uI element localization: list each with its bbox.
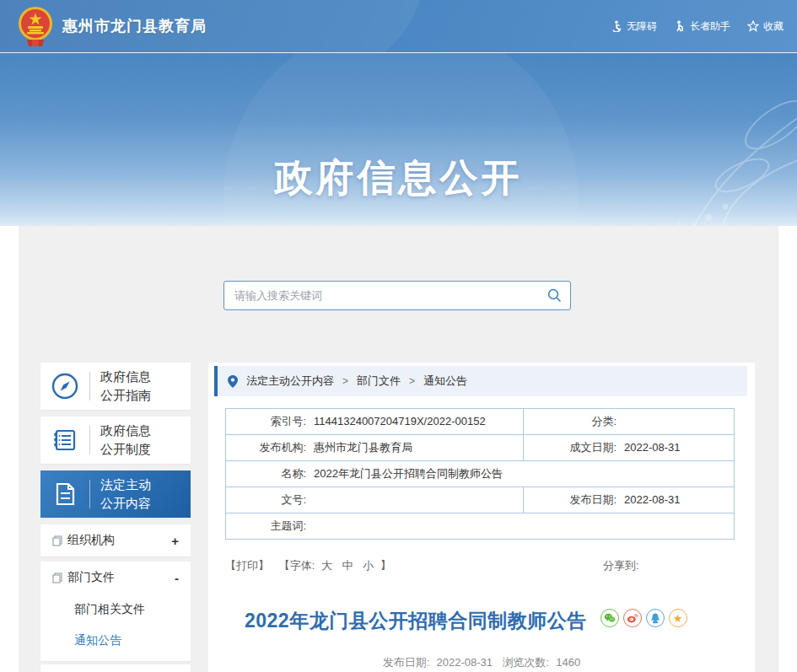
submenu-item-dept-files[interactable]: 部门文件 - [40,562,191,594]
name-label: 名称: [226,466,306,481]
favorite-link[interactable]: 收藏 [747,19,784,34]
share-icons: ★ [600,607,687,627]
sidebar-item-statutory-active[interactable]: 法定主动 公开内容 [40,470,191,518]
book-icon [40,426,89,454]
share-to-label: 分享到: [603,558,639,573]
favorite-star-icon[interactable]: ★ [669,609,687,627]
search-button[interactable] [538,282,570,309]
qq-share-icon[interactable] [646,609,665,627]
font-size-large-button[interactable]: 大 [321,559,332,572]
star-icon [747,20,759,32]
font-size-medium-button[interactable]: 中 [342,559,353,572]
accessibility-icon [611,20,622,32]
publish-date: 2022-08-31 [436,656,493,669]
elder-assist-link[interactable]: 长者助手 [674,19,730,34]
document-icon [40,481,89,508]
publisher-value: 惠州市龙门县教育局 [306,441,412,454]
table-row: 索引号:11441324007204719X/2022-00152 分类: [226,409,735,435]
write-date-label: 成文日期: [524,440,617,455]
collapse-minus-icon[interactable]: - [175,571,179,585]
index-number-label: 索引号: [226,414,306,429]
banner-title: 政府信息公开 [0,153,797,203]
expand-plus-icon[interactable]: + [171,534,179,548]
print-button[interactable]: 【打印】 [225,559,269,572]
publish-date-label: 发布日期: [524,492,617,508]
font-size-suffix: 】 [380,559,391,572]
site-brand[interactable]: 惠州市龙门县教育局 [17,0,207,52]
site-title: 惠州市龙门县教育局 [62,16,207,36]
views-count: 1460 [556,656,580,669]
sidebar-item-guide-label: 政府信息 公开指南 [90,368,151,405]
top-links: 无障碍 长者助手 收藏 [611,0,784,52]
breadcrumb: 法定主动公开内容 > 部门文件 > 通知公告 [214,366,747,396]
breadcrumb-item-notices[interactable]: 通知公告 [423,374,467,389]
sidebar-card-partial [40,664,191,672]
index-number-value: 11441324007204719X/2022-00152 [306,415,486,427]
category-label: 分类: [524,414,617,429]
favorite-label: 收藏 [763,19,784,34]
breadcrumb-separator: > [409,375,415,387]
submenu-child-dept-related-files[interactable]: 部门相关文件 [40,594,191,625]
wechat-share-icon[interactable] [600,609,619,627]
sidebar-card-guide: 政府信息 公开指南 [40,363,191,410]
publish-date-value: 2022-08-31 [617,493,681,506]
name-value: 2022年龙门县公开招聘合同制教师公告 [306,467,503,480]
write-date-value: 2022-08-31 [617,441,681,454]
sidebar-card-statutory: 法定主动 公开内容 [40,470,191,518]
page-banner: 政府信息公开 [0,52,797,226]
submenu-item-organization-label: 组织机构 [67,533,171,548]
table-row: 主题词: [226,513,735,540]
sidebar-card-dept-files: 部门文件 - 部门相关文件 通知公告 [40,562,191,661]
pages-icon [52,535,62,546]
accessibility-link[interactable]: 无障碍 [611,19,657,34]
national-emblem-icon [17,6,54,46]
accessibility-label: 无障碍 [627,19,657,34]
elder-assist-label: 长者助手 [690,19,730,34]
search-input[interactable] [224,289,538,302]
sidebar-item-rules-label: 政府信息 公开制度 [90,422,151,459]
sidebar-card-rules: 政府信息 公开制度 [40,417,191,464]
breadcrumb-item-dept-files[interactable]: 部门文件 [357,374,401,389]
article-title-row: 2022年龙门县公开招聘合同制教师公告 [245,607,687,634]
article-toolbar: 【打印】 【字体: 大 中 小 】 分享到: [225,558,738,575]
article-title: 2022年龙门县公开招聘合同制教师公告 [245,607,587,634]
weibo-share-icon[interactable] [623,609,642,627]
search-box [223,281,571,310]
keywords-value [306,519,314,532]
submenu-item-organization[interactable]: 组织机构 + [40,524,191,556]
views-caption: 浏览次数: [503,656,550,669]
publisher-label: 发布机构: [226,440,306,455]
table-row: 发布机构:惠州市龙门县教育局 成文日期:2022-08-31 [226,435,735,461]
doc-number-value [306,493,314,506]
article-dateline: 发布日期:2022-08-31 浏览次数:1460 [208,655,755,670]
submenu-item-dept-files-label: 部门文件 [67,570,175,585]
document-meta-table: 索引号:11441324007204719X/2022-00152 分类: 发布… [225,408,735,540]
breadcrumb-separator: > [342,375,348,387]
category-value [617,415,624,427]
top-header-bar: 惠州市龙门县教育局 无障碍 长者助手 [0,0,797,52]
publish-date-caption: 发布日期: [383,656,430,669]
page: 惠州市龙门县教育局 无障碍 长者助手 [0,0,797,672]
doc-number-label: 文号: [226,492,306,508]
main-panel: 法定主动公开内容 > 部门文件 > 通知公告 索引号:1144132400720… [208,363,755,672]
pages-icon [52,573,62,583]
keywords-label: 主题词: [226,519,306,534]
search-icon [547,288,562,303]
submenu-child-notices-active[interactable]: 通知公告 [40,625,191,656]
breadcrumb-item-statutory[interactable]: 法定主动公开内容 [246,374,334,389]
location-pin-icon [228,375,238,388]
sidebar-item-guide[interactable]: 政府信息 公开指南 [40,363,191,410]
sidebar-item-rules[interactable]: 政府信息 公开制度 [40,417,191,464]
elder-assist-icon [674,20,686,32]
sidebar-item-statutory-label: 法定主动 公开内容 [90,476,151,513]
compass-icon [40,372,89,401]
font-size-small-button[interactable]: 小 [363,559,374,572]
table-row: 名称:2022年龙门县公开招聘合同制教师公告 [226,461,735,487]
font-size-prefix: 【字体: [279,559,315,572]
sidebar-card-org: 组织机构 + [40,524,191,556]
table-row: 文号: 发布日期:2022-08-31 [226,487,735,513]
